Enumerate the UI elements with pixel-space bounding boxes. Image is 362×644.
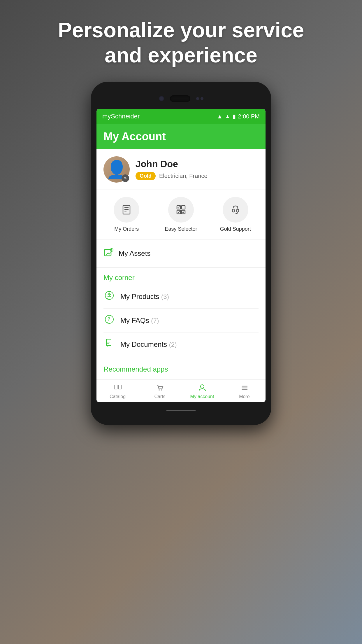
svg-rect-5 (182, 206, 185, 209)
my-account-nav-label: My account (190, 394, 214, 399)
svg-line-33 (107, 346, 108, 346)
phone-bottom-hardware (96, 405, 266, 416)
svg-rect-29 (106, 339, 111, 346)
app-header: My Account (96, 124, 266, 149)
svg-text:?: ? (108, 317, 110, 322)
svg-point-16 (236, 213, 237, 214)
my-corner-header: My corner (103, 274, 259, 282)
my-products-label: My Products (3) (120, 293, 169, 301)
selector-icon (175, 204, 187, 216)
faqs-svg-icon: ? (104, 314, 114, 324)
carts-nav-label: Carts (154, 394, 165, 399)
nav-more[interactable]: More (223, 384, 266, 399)
nav-carts[interactable]: Carts (139, 384, 181, 399)
quick-actions: My Orders (96, 190, 266, 239)
svg-line-13 (178, 206, 180, 208)
products-svg-icon (104, 290, 114, 300)
assets-svg-icon (103, 247, 114, 258)
my-assets-item[interactable]: My Assets (96, 239, 266, 268)
svg-line-9 (178, 211, 180, 213)
assets-label: My Assets (119, 249, 150, 258)
hero-text: Personalize your service and experience (0, 18, 362, 68)
my-faqs-label: My FAQs (7) (120, 316, 159, 325)
easy-selector-icon-circle (168, 197, 194, 223)
svg-point-39 (161, 389, 162, 391)
my-orders-icon-circle (114, 197, 139, 223)
my-corner-section: My corner My Product (96, 268, 266, 359)
profile-name: John Doe (136, 159, 259, 169)
support-icon (230, 204, 241, 216)
svg-line-11 (183, 211, 184, 213)
app-header-title: My Account (103, 130, 259, 143)
profile-info: John Doe Gold Electrician, France (136, 159, 259, 180)
front-camera (159, 96, 164, 101)
earpiece-speaker (170, 95, 190, 102)
documents-icon (103, 338, 115, 350)
my-faqs-item[interactable]: ? My FAQs (7) (103, 309, 259, 332)
gold-badge: Gold (136, 172, 156, 180)
assets-icon (103, 247, 114, 260)
catalog-icon (113, 384, 122, 392)
nav-my-account[interactable]: My account (181, 384, 223, 399)
status-app-name: mySchneider (102, 113, 140, 120)
gold-support-label: Gold Support (220, 226, 251, 232)
gold-support-icon-circle (223, 197, 248, 223)
faqs-icon: ? (103, 314, 115, 326)
my-products-item[interactable]: My Products (3) (103, 285, 259, 309)
svg-rect-34 (114, 385, 117, 389)
more-icon (240, 384, 249, 392)
signal-icon: ▲ (225, 113, 230, 120)
edit-avatar-button[interactable]: ✎ (122, 174, 129, 182)
svg-rect-14 (232, 209, 234, 212)
easy-selector-label: Easy Selector (165, 226, 197, 232)
wifi-icon: ▲ (217, 113, 223, 120)
phone-device: mySchneider ▲ ▲ ▮ 2:00 PM My Account (91, 82, 271, 425)
profile-role: Electrician, France (159, 173, 208, 179)
bottom-navigation: Catalog Carts (96, 379, 266, 402)
catalog-nav-label: Catalog (110, 394, 126, 399)
battery-icon: ▮ (233, 113, 236, 120)
svg-rect-36 (118, 385, 121, 389)
products-icon (103, 290, 115, 302)
profile-section: 👤 ✎ John Doe Gold Electrician, France (96, 149, 266, 190)
recommended-apps-section: Recommended apps (96, 359, 266, 379)
action-easy-selector[interactable]: Easy Selector (154, 197, 208, 232)
phone-screen: mySchneider ▲ ▲ ▮ 2:00 PM My Account (96, 109, 266, 402)
status-time: 2:00 PM (238, 113, 260, 120)
orders-icon (121, 204, 132, 216)
sensors (196, 97, 203, 100)
svg-point-38 (159, 389, 160, 391)
action-my-orders[interactable]: My Orders (99, 197, 154, 232)
sensor-2 (201, 97, 203, 100)
recommended-apps-header: Recommended apps (103, 365, 259, 373)
avatar-wrapper[interactable]: 👤 ✎ (103, 156, 130, 183)
my-documents-label: My Documents (2) (120, 340, 177, 349)
phone-top-hardware (96, 90, 266, 106)
edit-icon: ✎ (124, 176, 127, 181)
action-gold-support[interactable]: Gold Support (208, 197, 263, 232)
home-indicator (166, 410, 196, 411)
status-bar: mySchneider ▲ ▲ ▮ 2:00 PM (96, 109, 266, 124)
documents-svg-icon (104, 338, 114, 348)
profile-meta: Gold Electrician, France (136, 172, 259, 180)
my-documents-item[interactable]: My Documents (2) (103, 332, 259, 356)
status-icons: ▲ ▲ ▮ 2:00 PM (217, 113, 260, 120)
my-orders-label: My Orders (114, 226, 139, 232)
svg-point-40 (201, 385, 204, 388)
account-icon (198, 384, 207, 392)
nav-catalog[interactable]: Catalog (96, 384, 139, 399)
sensor-1 (196, 97, 199, 100)
screen-content: 👤 ✎ John Doe Gold Electrician, France (96, 149, 266, 402)
cart-icon (156, 384, 164, 392)
more-nav-label: More (239, 394, 249, 399)
